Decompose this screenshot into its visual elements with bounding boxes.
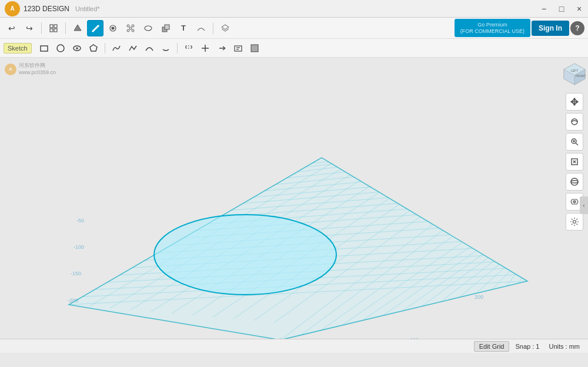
- svg-rect-26: [235, 46, 242, 51]
- svg-rect-14: [41, 46, 48, 51]
- grid-canvas: -200 -150 -100 -50 0 50 100 200: [0, 58, 561, 353]
- perspective-button[interactable]: [566, 173, 583, 191]
- svg-marker-99: [573, 104, 576, 105]
- window-controls: − □ ×: [535, 0, 588, 18]
- toolbar-separator-1: [41, 22, 42, 34]
- undo-button[interactable]: ↩: [4, 20, 20, 36]
- svg-rect-2: [50, 29, 53, 32]
- svg-point-80: [154, 215, 336, 295]
- measure-button[interactable]: T: [175, 20, 192, 36]
- svg-point-102: [572, 119, 577, 125]
- sketch-sep-1: [105, 43, 105, 54]
- svg-point-112: [573, 221, 576, 223]
- pan-button[interactable]: [566, 93, 583, 111]
- toolbar-separator-2: [65, 22, 66, 34]
- sketch-project-button[interactable]: [247, 41, 262, 56]
- svg-text:200: 200: [475, 294, 483, 300]
- material-button[interactable]: [193, 20, 209, 36]
- svg-text:-200: -200: [68, 298, 78, 303]
- app-title: 123D DESIGN: [24, 5, 69, 13]
- sketch-sep-2: [177, 43, 178, 54]
- orbit-button[interactable]: [566, 113, 583, 131]
- sketch-ellipse-button[interactable]: [69, 41, 85, 56]
- sketch-label: Sketch: [4, 43, 32, 54]
- sketch-trim-button[interactable]: [198, 41, 213, 56]
- sketch-circle-button[interactable]: [53, 41, 68, 56]
- sketch-arc2-button[interactable]: [158, 41, 173, 56]
- statusbar: Edit Grid Snap : 1 Units : mm: [0, 339, 588, 353]
- sketch-arc1-button[interactable]: [142, 41, 157, 56]
- svg-marker-18: [90, 45, 97, 51]
- maximize-button[interactable]: □: [553, 0, 570, 18]
- svg-marker-101: [576, 101, 578, 103]
- sketch-polyline-button[interactable]: [125, 41, 141, 56]
- panel-toggle-button[interactable]: ‹: [580, 196, 588, 214]
- sketch-button[interactable]: [87, 20, 103, 36]
- sketch-toolbar: Sketch: [0, 39, 588, 58]
- redo-button[interactable]: ↪: [21, 20, 38, 36]
- snap-value: Snap : 1: [512, 342, 543, 351]
- sketch-textbox-button[interactable]: [230, 41, 246, 56]
- settings-button[interactable]: [566, 213, 583, 231]
- svg-text:-100: -100: [74, 244, 84, 250]
- combine-button[interactable]: [158, 20, 174, 36]
- sketch-spline-button[interactable]: [109, 41, 124, 56]
- svg-point-11: [145, 26, 152, 31]
- svg-text:-50: -50: [76, 218, 84, 223]
- app-logo: A: [5, 1, 20, 16]
- document-title: Untitled*: [75, 5, 100, 12]
- svg-line-104: [576, 143, 578, 145]
- svg-rect-29: [251, 45, 258, 52]
- svg-point-6: [127, 25, 129, 27]
- svg-point-5: [112, 27, 114, 29]
- primitives-button[interactable]: [69, 20, 86, 36]
- zoom-button[interactable]: [566, 133, 583, 151]
- viewport[interactable]: A 河东软件网 www.pc0359.cn: [0, 58, 588, 353]
- titlebar-left: A 123D DESIGN Untitled*: [0, 1, 100, 16]
- construct-button[interactable]: [45, 20, 62, 36]
- svg-point-15: [57, 45, 64, 52]
- edit-grid-button[interactable]: Edit Grid: [474, 341, 510, 352]
- svg-text:LEFT: LEFT: [571, 69, 578, 72]
- sketch-offset-button[interactable]: [181, 41, 196, 56]
- svg-point-10: [129, 27, 132, 29]
- layers-button[interactable]: [217, 20, 233, 36]
- titlebar: A 123D DESIGN Untitled* − □ ×: [0, 0, 588, 18]
- sketch-rect-button[interactable]: [36, 41, 52, 56]
- svg-rect-13: [165, 25, 169, 29]
- sketch-polygon-button[interactable]: [86, 41, 101, 56]
- help-button[interactable]: ?: [570, 21, 584, 35]
- svg-rect-0: [50, 25, 53, 28]
- group-button[interactable]: [140, 20, 156, 36]
- svg-rect-1: [54, 25, 57, 28]
- modify-button[interactable]: [105, 20, 121, 36]
- svg-rect-3: [54, 29, 57, 32]
- premium-button[interactable]: Go Premium (FOR COMMERCIAL USE): [455, 19, 530, 38]
- svg-point-111: [573, 201, 576, 203]
- svg-point-108: [571, 178, 578, 185]
- pattern-button[interactable]: [122, 20, 139, 36]
- toolbar-separator-3: [213, 22, 213, 34]
- signin-button[interactable]: Sign In: [532, 21, 569, 36]
- svg-marker-98: [573, 98, 576, 100]
- svg-text:FRONT: FRONT: [576, 74, 586, 78]
- fit-button[interactable]: [566, 153, 583, 171]
- view-cube[interactable]: LEFT FRONT: [563, 62, 586, 86]
- svg-point-8: [127, 29, 129, 32]
- main-toolbar: ↩ ↪: [0, 18, 588, 39]
- minimize-button[interactable]: −: [535, 0, 553, 18]
- svg-point-109: [571, 181, 578, 183]
- units-value: Units : mm: [545, 342, 583, 351]
- svg-point-7: [132, 25, 134, 27]
- sketch-extend-button[interactable]: [214, 41, 229, 56]
- svg-marker-100: [571, 101, 573, 103]
- svg-text:-150: -150: [71, 271, 81, 276]
- close-button[interactable]: ×: [570, 0, 588, 18]
- svg-point-9: [132, 29, 134, 32]
- svg-point-17: [76, 48, 78, 49]
